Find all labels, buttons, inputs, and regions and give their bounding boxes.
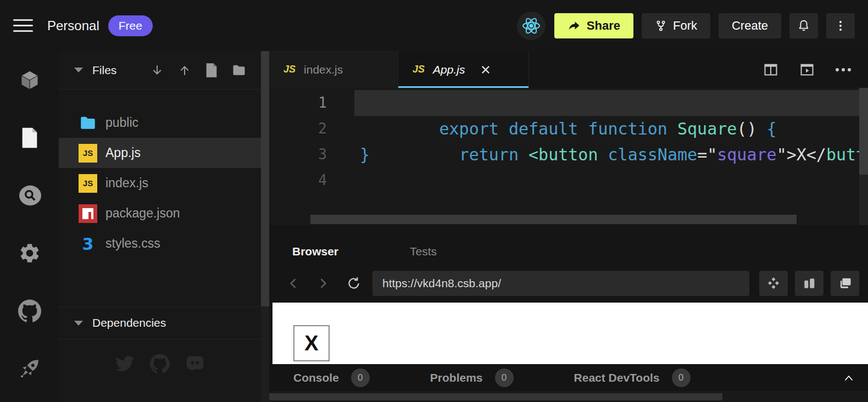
url-input[interactable] xyxy=(375,277,747,290)
preview-settings-button[interactable] xyxy=(759,271,788,296)
open-in-new-window-button[interactable] xyxy=(831,271,859,296)
tab-tests[interactable]: Tests xyxy=(410,245,437,258)
file-icon xyxy=(20,127,39,149)
preview-tabs: Browser Tests xyxy=(269,225,868,264)
files-panel: Files xyxy=(59,51,261,402)
code-editor[interactable]: 1 export default function Square() { 2 r… xyxy=(269,88,868,225)
diamonds-icon xyxy=(766,276,781,291)
code-line: 2 return <button className="square">X</b… xyxy=(269,116,868,142)
file-row-packagejson[interactable]: package.json xyxy=(59,198,261,228)
sidebar-item-sandbox[interactable] xyxy=(18,69,41,92)
chevron-up-icon xyxy=(844,374,854,382)
browser-preview: X xyxy=(269,303,868,364)
browser-navigation xyxy=(269,264,868,303)
close-tab-button[interactable] xyxy=(481,65,491,75)
sidebar-item-files[interactable] xyxy=(18,126,41,149)
sidebar-item-deploy[interactable] xyxy=(18,357,41,380)
plan-badge: Free xyxy=(108,15,153,36)
fork-icon xyxy=(655,19,667,32)
editor-more-button[interactable] xyxy=(835,66,852,73)
kebab-menu-icon xyxy=(834,19,847,33)
workspace-name[interactable]: Personal xyxy=(47,18,99,34)
sidebar-item-github[interactable] xyxy=(18,299,41,322)
bell-icon xyxy=(797,18,811,34)
bottom-scrollbar[interactable] xyxy=(269,391,868,402)
code-line: 1 export default function Square() { xyxy=(269,90,868,116)
split-editor-button[interactable] xyxy=(763,62,779,77)
square-button[interactable]: X xyxy=(293,325,330,361)
search-icon xyxy=(18,185,42,206)
scrollbar-thumb[interactable] xyxy=(859,88,868,175)
create-label: Create xyxy=(732,19,768,33)
activity-bar xyxy=(0,51,59,402)
twitter-link[interactable] xyxy=(114,353,135,374)
split-view-icon xyxy=(763,62,779,77)
share-button[interactable]: Share xyxy=(554,13,633,38)
fork-button[interactable]: Fork xyxy=(642,13,710,38)
share-label: Share xyxy=(587,19,620,33)
more-options-button[interactable] xyxy=(826,13,855,38)
file-row-indexjs[interactable]: JS index.js xyxy=(59,168,261,198)
download-icon[interactable] xyxy=(150,63,164,78)
files-panel-scrollbar[interactable] xyxy=(261,51,269,402)
file-row-public[interactable]: public xyxy=(59,108,261,138)
javascript-file-icon: JS xyxy=(79,174,97,193)
tab-problems[interactable]: Problems 0 xyxy=(430,369,514,387)
react-logo-button[interactable] xyxy=(517,12,546,40)
file-name: package.json xyxy=(105,206,180,221)
tab-appjs[interactable]: JS App.js xyxy=(398,51,529,88)
scrollbar-thumb[interactable] xyxy=(269,393,722,400)
npm-file-icon xyxy=(79,204,97,223)
back-button[interactable] xyxy=(282,272,304,294)
file-name: index.js xyxy=(105,176,148,191)
gear-icon xyxy=(18,242,41,265)
tab-browser[interactable]: Browser xyxy=(292,245,338,258)
forward-button[interactable] xyxy=(312,272,334,294)
file-row-stylescss[interactable]: 3 styles.css xyxy=(59,228,261,259)
new-folder-icon[interactable] xyxy=(231,63,247,78)
menu-icon[interactable] xyxy=(13,19,33,32)
react-devtools-label: React DevTools xyxy=(574,371,660,384)
editor-tab-bar: JS index.js JS App.js xyxy=(269,51,868,88)
create-button[interactable]: Create xyxy=(719,13,781,38)
sidebar-item-search[interactable] xyxy=(18,184,41,207)
code-token: } xyxy=(360,145,370,164)
social-links xyxy=(59,353,261,374)
chevron-down-icon xyxy=(74,68,83,72)
refresh-button[interactable] xyxy=(343,272,365,294)
files-title: Files xyxy=(92,64,116,77)
tab-label: index.js xyxy=(304,63,343,76)
upload-icon[interactable] xyxy=(177,63,192,78)
address-bar[interactable] xyxy=(372,271,749,296)
new-file-icon[interactable] xyxy=(205,63,218,78)
js-file-glyph: JS xyxy=(413,64,425,75)
rocket-icon xyxy=(18,357,41,380)
editor-vertical-scrollbar[interactable] xyxy=(859,88,868,225)
tab-react-devtools[interactable]: React DevTools 0 xyxy=(574,369,691,387)
responsive-mode-button[interactable] xyxy=(795,271,824,296)
files-section-header[interactable]: Files xyxy=(59,51,261,90)
file-list: public JS App.js JS index.js package.jso… xyxy=(59,90,261,259)
code-line: 4 xyxy=(269,168,868,193)
github-link[interactable] xyxy=(149,353,170,374)
console-label: Console xyxy=(293,371,339,384)
dependencies-section-header[interactable]: Dependencies xyxy=(59,306,261,339)
expand-devtools-button[interactable] xyxy=(844,374,854,382)
editor-horizontal-scrollbar[interactable] xyxy=(310,215,797,224)
fork-label: Fork xyxy=(673,19,697,33)
file-name: public xyxy=(105,115,138,130)
sidebar-item-settings[interactable] xyxy=(18,242,41,265)
open-preview-button[interactable] xyxy=(799,62,815,77)
tab-console[interactable]: Console 0 xyxy=(293,369,370,387)
chevron-down-icon xyxy=(74,321,83,326)
file-row-appjs[interactable]: JS App.js xyxy=(59,138,261,168)
code-line: 3 } xyxy=(269,142,868,168)
notifications-button[interactable] xyxy=(789,13,818,38)
refresh-icon xyxy=(346,276,361,291)
tab-indexjs[interactable]: JS index.js xyxy=(269,51,398,88)
tab-label: App.js xyxy=(433,63,465,76)
scrollbar-thumb[interactable] xyxy=(261,51,269,306)
discord-link[interactable] xyxy=(185,353,205,374)
close-icon xyxy=(481,65,491,75)
folder-icon xyxy=(79,114,97,132)
